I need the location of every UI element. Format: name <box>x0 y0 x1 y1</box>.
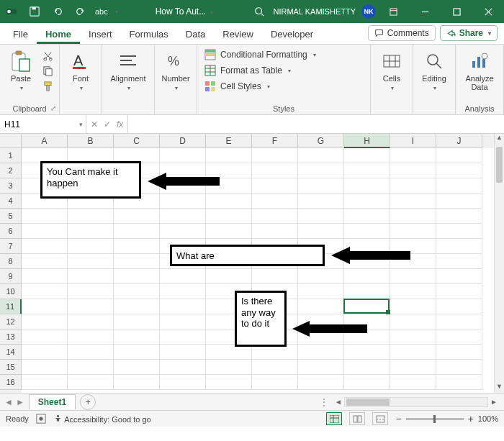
cell[interactable] <box>22 360 68 375</box>
row-header-1[interactable]: 1 <box>0 148 22 163</box>
format-as-table-button[interactable]: Format as Table▾ <box>202 63 294 78</box>
cell[interactable] <box>252 209 298 224</box>
cell[interactable] <box>22 375 68 390</box>
copy-icon[interactable] <box>40 64 55 77</box>
cell[interactable] <box>22 299 68 314</box>
row-headers[interactable]: 12345678910111213141516 <box>0 148 22 393</box>
analyze-data-button[interactable]: Analyze Data <box>460 47 499 94</box>
cell[interactable] <box>114 299 160 314</box>
cell[interactable] <box>68 209 114 224</box>
cell[interactable] <box>206 209 252 224</box>
enter-formula-icon[interactable]: ✓ <box>104 119 111 129</box>
col-header-H[interactable]: H <box>344 134 390 148</box>
zoom-slider[interactable] <box>406 418 464 420</box>
cell[interactable] <box>436 360 482 375</box>
cell[interactable] <box>344 284 390 299</box>
share-button[interactable]: Share ▾ <box>440 25 498 41</box>
save-icon[interactable] <box>26 3 43 20</box>
alignment-button[interactable]: Alignment▾ <box>107 47 150 94</box>
close-icon[interactable] <box>474 0 503 23</box>
cell[interactable] <box>160 148 206 163</box>
zoom-level[interactable]: 100% <box>478 414 498 423</box>
cell[interactable] <box>160 224 206 239</box>
cell[interactable] <box>298 209 344 224</box>
row-header-13[interactable]: 13 <box>0 329 22 345</box>
textbox-3[interactable]: Is there any way to do it <box>235 291 287 347</box>
document-title[interactable]: How To Aut... ▾ <box>118 6 251 17</box>
cell[interactable] <box>436 239 482 254</box>
cell-styles-button[interactable]: Cell Styles▾ <box>202 79 273 94</box>
arrow-1[interactable] <box>148 171 220 194</box>
cell[interactable] <box>160 209 206 224</box>
col-header-D[interactable]: D <box>160 134 206 148</box>
maximize-icon[interactable] <box>442 0 471 23</box>
cell[interactable] <box>206 345 252 360</box>
cell[interactable] <box>298 269 344 284</box>
cell[interactable] <box>114 224 160 239</box>
cell[interactable] <box>114 360 160 375</box>
undo-icon[interactable] <box>49 3 66 20</box>
cell[interactable] <box>252 178 298 194</box>
cell[interactable] <box>436 148 482 163</box>
cell[interactable] <box>160 314 206 329</box>
cell[interactable] <box>68 224 114 239</box>
minimize-icon[interactable] <box>410 0 439 23</box>
cell[interactable] <box>390 224 436 239</box>
scroll-thumb[interactable] <box>496 147 503 183</box>
view-page-break-icon[interactable] <box>372 412 388 425</box>
cell[interactable] <box>298 163 344 178</box>
cell[interactable] <box>160 329 206 345</box>
cell[interactable] <box>68 375 114 390</box>
hscroll-right-icon[interactable]: ► <box>488 398 500 406</box>
cell[interactable] <box>436 269 482 284</box>
cell[interactable] <box>68 314 114 329</box>
cell[interactable] <box>436 209 482 224</box>
cell[interactable] <box>22 254 68 269</box>
cell[interactable] <box>206 194 252 209</box>
row-header-14[interactable]: 14 <box>0 345 22 360</box>
cell[interactable] <box>252 194 298 209</box>
row-header-5[interactable]: 5 <box>0 209 22 224</box>
cell[interactable] <box>390 284 436 299</box>
row-header-3[interactable]: 3 <box>0 178 22 194</box>
tab-home[interactable]: Home <box>37 24 80 44</box>
sheet-nav-next-icon[interactable]: ► <box>16 397 24 407</box>
tab-file[interactable]: File <box>4 24 37 44</box>
cell[interactable] <box>436 194 482 209</box>
cell[interactable] <box>436 224 482 239</box>
cell[interactable] <box>344 148 390 163</box>
cell[interactable] <box>68 254 114 269</box>
cell[interactable] <box>344 269 390 284</box>
cell[interactable] <box>390 329 436 345</box>
col-header-F[interactable]: F <box>252 134 298 148</box>
cell[interactable] <box>160 299 206 314</box>
cell[interactable] <box>252 375 298 390</box>
cell[interactable] <box>298 224 344 239</box>
row-header-10[interactable]: 10 <box>0 284 22 299</box>
cell[interactable] <box>252 148 298 163</box>
cancel-formula-icon[interactable]: ✕ <box>91 119 98 129</box>
user-name[interactable]: NIRMAL KAMISHETTY <box>271 7 359 16</box>
cell[interactable] <box>160 194 206 209</box>
cell[interactable] <box>344 194 390 209</box>
cell[interactable] <box>68 299 114 314</box>
sheet-nav-prev-icon[interactable]: ◄ <box>4 397 13 407</box>
sheet-tab-sheet1[interactable]: Sheet1 <box>29 394 76 409</box>
cell[interactable] <box>436 329 482 345</box>
cell[interactable] <box>390 375 436 390</box>
cell[interactable] <box>298 375 344 390</box>
tab-insert[interactable]: Insert <box>80 24 121 44</box>
view-normal-icon[interactable] <box>326 412 342 425</box>
cell[interactable] <box>206 360 252 375</box>
cell[interactable] <box>252 269 298 284</box>
font-button[interactable]: A Font▾ <box>64 47 97 94</box>
cell[interactable] <box>390 194 436 209</box>
cell[interactable] <box>206 269 252 284</box>
cell[interactable] <box>252 360 298 375</box>
zoom-out-button[interactable]: − <box>395 413 401 424</box>
row-header-7[interactable]: 7 <box>0 239 22 254</box>
user-avatar[interactable]: NK <box>361 4 376 19</box>
cell[interactable] <box>206 148 252 163</box>
cell[interactable] <box>114 375 160 390</box>
cell[interactable] <box>160 345 206 360</box>
